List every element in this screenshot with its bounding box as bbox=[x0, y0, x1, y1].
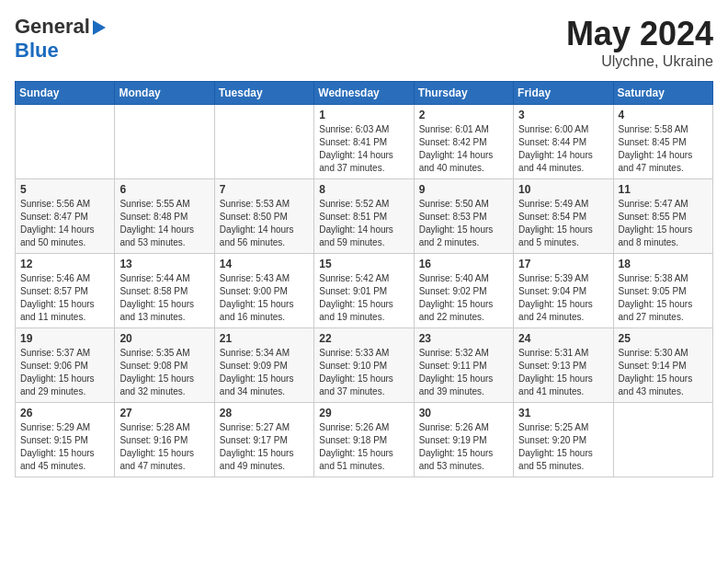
day-number: 8 bbox=[319, 183, 408, 196]
logo-general-text: General bbox=[15, 15, 90, 39]
calendar-cell: 1Sunrise: 6:03 AM Sunset: 8:41 PM Daylig… bbox=[314, 105, 414, 179]
day-number: 21 bbox=[220, 332, 309, 345]
day-number: 23 bbox=[419, 332, 508, 345]
calendar-location: Ulychne, Ukraine bbox=[566, 53, 713, 70]
calendar-day-header: Tuesday bbox=[214, 82, 313, 105]
logo: General Blue bbox=[15, 15, 106, 63]
calendar-cell: 6Sunrise: 5:55 AM Sunset: 8:48 PM Daylig… bbox=[115, 179, 214, 254]
day-number: 17 bbox=[518, 258, 608, 270]
calendar-cell: 31Sunrise: 5:25 AM Sunset: 9:20 PM Dayli… bbox=[514, 403, 613, 477]
calendar-cell bbox=[613, 403, 712, 477]
calendar-day-header: Monday bbox=[115, 82, 214, 105]
day-number: 2 bbox=[419, 109, 508, 121]
day-number: 29 bbox=[319, 407, 408, 419]
calendar-table: SundayMondayTuesdayWednesdayThursdayFrid… bbox=[15, 81, 713, 477]
day-number: 12 bbox=[20, 258, 109, 270]
logo-blue-text: Blue bbox=[15, 39, 106, 63]
calendar-cell: 8Sunrise: 5:52 AM Sunset: 8:51 PM Daylig… bbox=[314, 179, 414, 254]
day-number: 20 bbox=[119, 332, 209, 345]
calendar-cell: 17Sunrise: 5:39 AM Sunset: 9:04 PM Dayli… bbox=[514, 254, 613, 328]
calendar-cell: 13Sunrise: 5:44 AM Sunset: 8:58 PM Dayli… bbox=[115, 254, 214, 328]
cell-content: Sunrise: 5:26 AM Sunset: 9:19 PM Dayligh… bbox=[419, 421, 508, 473]
calendar-cell: 7Sunrise: 5:53 AM Sunset: 8:50 PM Daylig… bbox=[214, 179, 313, 254]
calendar-cell: 10Sunrise: 5:49 AM Sunset: 8:54 PM Dayli… bbox=[514, 179, 613, 254]
day-number: 7 bbox=[220, 183, 309, 196]
calendar-day-header: Friday bbox=[514, 82, 613, 105]
calendar-cell: 24Sunrise: 5:31 AM Sunset: 9:13 PM Dayli… bbox=[514, 328, 613, 403]
calendar-week-row: 12Sunrise: 5:46 AM Sunset: 8:57 PM Dayli… bbox=[16, 254, 713, 328]
cell-content: Sunrise: 5:53 AM Sunset: 8:50 PM Dayligh… bbox=[220, 198, 309, 249]
cell-content: Sunrise: 5:50 AM Sunset: 8:53 PM Dayligh… bbox=[419, 198, 508, 249]
calendar-cell: 3Sunrise: 6:00 AM Sunset: 8:44 PM Daylig… bbox=[514, 105, 613, 179]
calendar-cell: 9Sunrise: 5:50 AM Sunset: 8:53 PM Daylig… bbox=[414, 179, 513, 254]
calendar-week-row: 5Sunrise: 5:56 AM Sunset: 8:47 PM Daylig… bbox=[16, 179, 713, 254]
calendar-cell bbox=[16, 105, 115, 179]
cell-content: Sunrise: 5:58 AM Sunset: 8:45 PM Dayligh… bbox=[619, 123, 708, 175]
page-header: General Blue May 2024 Ulychne, Ukraine bbox=[15, 15, 713, 70]
day-number: 19 bbox=[20, 332, 109, 345]
cell-content: Sunrise: 5:31 AM Sunset: 9:13 PM Dayligh… bbox=[518, 347, 608, 398]
day-number: 13 bbox=[119, 258, 209, 270]
cell-content: Sunrise: 5:34 AM Sunset: 9:09 PM Dayligh… bbox=[220, 347, 309, 398]
calendar-week-row: 26Sunrise: 5:29 AM Sunset: 9:15 PM Dayli… bbox=[16, 403, 713, 477]
day-number: 16 bbox=[419, 258, 508, 270]
day-number: 25 bbox=[619, 332, 708, 345]
day-number: 6 bbox=[119, 183, 209, 196]
cell-content: Sunrise: 5:29 AM Sunset: 9:15 PM Dayligh… bbox=[20, 421, 109, 473]
day-number: 14 bbox=[220, 258, 309, 270]
calendar-cell: 12Sunrise: 5:46 AM Sunset: 8:57 PM Dayli… bbox=[16, 254, 115, 328]
cell-content: Sunrise: 6:00 AM Sunset: 8:44 PM Dayligh… bbox=[518, 123, 608, 175]
cell-content: Sunrise: 5:56 AM Sunset: 8:47 PM Dayligh… bbox=[20, 198, 109, 249]
calendar-day-header: Thursday bbox=[414, 82, 513, 105]
day-number: 28 bbox=[220, 407, 309, 419]
cell-content: Sunrise: 5:33 AM Sunset: 9:10 PM Dayligh… bbox=[319, 347, 408, 398]
calendar-cell: 23Sunrise: 5:32 AM Sunset: 9:11 PM Dayli… bbox=[414, 328, 513, 403]
calendar-cell: 21Sunrise: 5:34 AM Sunset: 9:09 PM Dayli… bbox=[214, 328, 313, 403]
cell-content: Sunrise: 5:49 AM Sunset: 8:54 PM Dayligh… bbox=[518, 198, 608, 249]
cell-content: Sunrise: 5:25 AM Sunset: 9:20 PM Dayligh… bbox=[518, 421, 608, 473]
cell-content: Sunrise: 5:55 AM Sunset: 8:48 PM Dayligh… bbox=[119, 198, 209, 249]
cell-content: Sunrise: 5:28 AM Sunset: 9:16 PM Dayligh… bbox=[119, 421, 209, 473]
cell-content: Sunrise: 5:46 AM Sunset: 8:57 PM Dayligh… bbox=[20, 272, 109, 324]
day-number: 1 bbox=[319, 109, 408, 121]
day-number: 18 bbox=[619, 258, 708, 270]
cell-content: Sunrise: 5:27 AM Sunset: 9:17 PM Dayligh… bbox=[220, 421, 309, 473]
calendar-day-header: Sunday bbox=[16, 82, 115, 105]
cell-content: Sunrise: 5:44 AM Sunset: 8:58 PM Dayligh… bbox=[119, 272, 209, 324]
calendar-cell bbox=[214, 105, 313, 179]
calendar-cell: 14Sunrise: 5:43 AM Sunset: 9:00 PM Dayli… bbox=[214, 254, 313, 328]
day-number: 26 bbox=[20, 407, 109, 419]
cell-content: Sunrise: 5:32 AM Sunset: 9:11 PM Dayligh… bbox=[419, 347, 508, 398]
title-block: May 2024 Ulychne, Ukraine bbox=[566, 15, 713, 70]
calendar-cell: 15Sunrise: 5:42 AM Sunset: 9:01 PM Dayli… bbox=[314, 254, 414, 328]
calendar-cell: 11Sunrise: 5:47 AM Sunset: 8:55 PM Dayli… bbox=[613, 179, 712, 254]
cell-content: Sunrise: 5:52 AM Sunset: 8:51 PM Dayligh… bbox=[319, 198, 408, 249]
day-number: 5 bbox=[20, 183, 109, 196]
calendar-cell bbox=[115, 105, 214, 179]
cell-content: Sunrise: 5:35 AM Sunset: 9:08 PM Dayligh… bbox=[119, 347, 209, 398]
day-number: 10 bbox=[518, 183, 608, 196]
calendar-cell: 30Sunrise: 5:26 AM Sunset: 9:19 PM Dayli… bbox=[414, 403, 513, 477]
day-number: 3 bbox=[518, 109, 608, 121]
calendar-cell: 20Sunrise: 5:35 AM Sunset: 9:08 PM Dayli… bbox=[115, 328, 214, 403]
cell-content: Sunrise: 5:38 AM Sunset: 9:05 PM Dayligh… bbox=[619, 272, 708, 324]
calendar-day-header: Wednesday bbox=[314, 82, 414, 105]
day-number: 27 bbox=[119, 407, 209, 419]
cell-content: Sunrise: 6:03 AM Sunset: 8:41 PM Dayligh… bbox=[319, 123, 408, 175]
calendar-cell: 2Sunrise: 6:01 AM Sunset: 8:42 PM Daylig… bbox=[414, 105, 513, 179]
calendar-cell: 16Sunrise: 5:40 AM Sunset: 9:02 PM Dayli… bbox=[414, 254, 513, 328]
calendar-cell: 27Sunrise: 5:28 AM Sunset: 9:16 PM Dayli… bbox=[115, 403, 214, 477]
cell-content: Sunrise: 5:43 AM Sunset: 9:00 PM Dayligh… bbox=[220, 272, 309, 324]
calendar-day-header: Saturday bbox=[613, 82, 712, 105]
calendar-cell: 22Sunrise: 5:33 AM Sunset: 9:10 PM Dayli… bbox=[314, 328, 414, 403]
day-number: 24 bbox=[518, 332, 608, 345]
day-number: 22 bbox=[319, 332, 408, 345]
cell-content: Sunrise: 5:47 AM Sunset: 8:55 PM Dayligh… bbox=[619, 198, 708, 249]
day-number: 4 bbox=[619, 109, 708, 121]
cell-content: Sunrise: 5:40 AM Sunset: 9:02 PM Dayligh… bbox=[419, 272, 508, 324]
day-number: 15 bbox=[319, 258, 408, 270]
cell-content: Sunrise: 5:26 AM Sunset: 9:18 PM Dayligh… bbox=[319, 421, 408, 473]
calendar-cell: 5Sunrise: 5:56 AM Sunset: 8:47 PM Daylig… bbox=[16, 179, 115, 254]
calendar-cell: 28Sunrise: 5:27 AM Sunset: 9:17 PM Dayli… bbox=[214, 403, 313, 477]
calendar-title: May 2024 bbox=[566, 15, 713, 53]
